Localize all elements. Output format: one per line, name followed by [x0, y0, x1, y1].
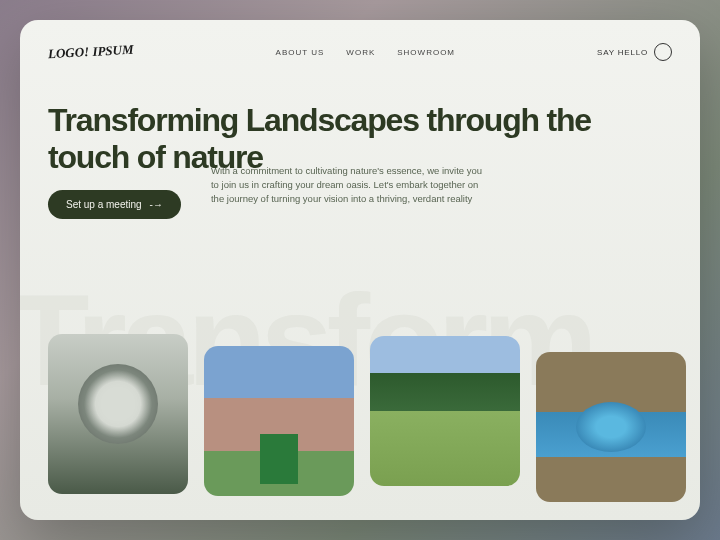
nav-link-work[interactable]: WORK [346, 48, 375, 57]
nav-cta-group: SAY HELLO [597, 43, 672, 61]
top-nav: LOGO! IPSUM ABOUT US WORK SHOWROOM SAY H… [48, 40, 672, 64]
nav-links: ABOUT US WORK SHOWROOM [276, 48, 455, 57]
gallery-image-2[interactable] [204, 346, 354, 496]
gallery-image-3[interactable] [370, 336, 520, 486]
nav-link-about[interactable]: ABOUT US [276, 48, 325, 57]
setup-meeting-button[interactable]: Set up a meeting -→ [48, 190, 181, 219]
gallery-image-4[interactable] [536, 352, 686, 502]
gallery-image-1[interactable] [48, 334, 188, 494]
say-hello-button[interactable] [654, 43, 672, 61]
logo[interactable]: LOGO! IPSUM [48, 44, 134, 60]
arrow-right-icon: -→ [150, 199, 163, 210]
page-card: LOGO! IPSUM ABOUT US WORK SHOWROOM SAY H… [20, 20, 700, 520]
hero-subtext: With a commitment to cultivating nature'… [211, 164, 491, 207]
say-hello-label: SAY HELLO [597, 48, 648, 57]
image-gallery [48, 342, 672, 502]
hero-section: Transforming Landscapes through the touc… [48, 102, 672, 219]
nav-link-showroom[interactable]: SHOWROOM [397, 48, 455, 57]
cta-label: Set up a meeting [66, 199, 142, 210]
hero-sub-row: Set up a meeting -→ With a commitment to… [48, 190, 672, 219]
